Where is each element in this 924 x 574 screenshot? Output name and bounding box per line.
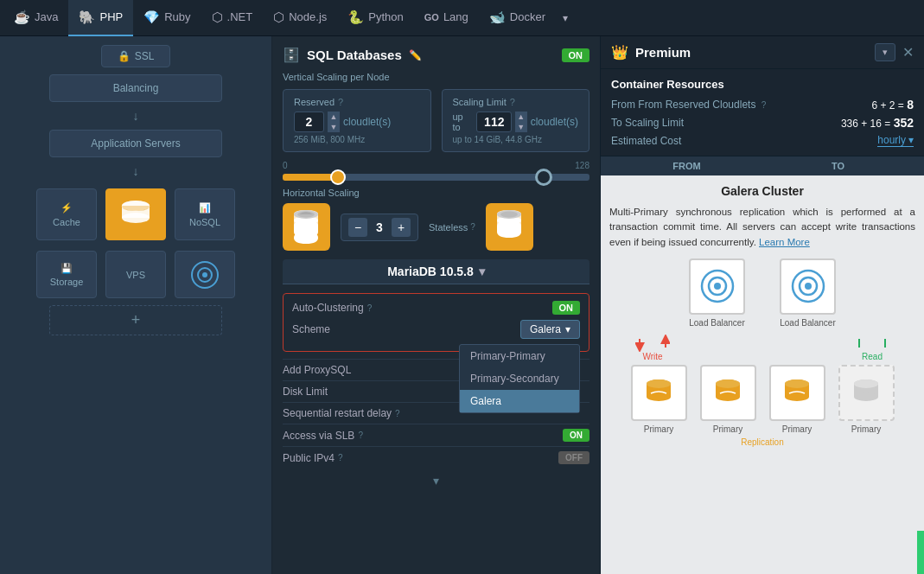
svg-point-33 [785,392,809,401]
db-icon-box-left [283,203,330,251]
tab-docker[interactable]: 🐋 Docker [479,0,556,36]
stateless-help-icon[interactable]: ? [470,222,475,232]
dropdown-item-primary-primary[interactable]: Primary-Primary [460,345,579,367]
primary-db-icon-2 [706,371,749,414]
scaling-up-btn[interactable]: ▲ [515,112,527,122]
dropdown-item-primary-secondary[interactable]: Primary-Secondary [460,367,579,390]
vps-button[interactable]: VPS [105,251,166,298]
container-resources: Container Resources From From Reserved C… [601,69,924,156]
eye-button[interactable] [175,251,235,298]
container-resources-title: Container Resources [611,78,914,91]
counter-plus-btn[interactable]: + [392,218,411,237]
scaling-help-icon[interactable]: ? [510,97,515,107]
public-help-icon[interactable]: ? [338,453,343,462]
primary-box-1 [631,365,687,421]
lb-eye-icon-right [787,265,830,308]
tab-ruby[interactable]: 💎 Ruby [133,0,201,36]
nodejs-icon: ⬡ [273,10,284,25]
docker-icon: 🐋 [489,10,506,25]
reserved-help-icon[interactable]: ? [338,97,343,107]
tab-lang[interactable]: GO Lang [414,0,479,36]
tab-python[interactable]: 🐍 Python [337,0,413,36]
lb-eye-icon-left [696,265,739,308]
main-toggle[interactable]: ON [562,48,590,62]
ssl-button[interactable]: 🔒 SSL [101,45,171,67]
from-header-label: FROM [611,161,762,171]
bottom-chevron-icon[interactable]: ▾ [283,474,589,488]
primary-label-2: Primary [713,424,742,434]
cloudlets-label: cloudlet(s) [343,116,391,128]
edit-icon[interactable]: ✏️ [409,49,422,61]
storage-button[interactable]: 💾 Storage [36,251,97,298]
nav-more-button[interactable]: ▾ [556,12,575,24]
counter-box: − 3 + [341,214,418,241]
reserved-value: 2 [294,112,324,132]
python-icon: 🐍 [347,10,364,25]
access-help-icon[interactable]: ? [358,430,363,440]
svg-point-38 [854,379,878,388]
slider-max-label: 128 [575,161,589,170]
auto-cluster-toggle[interactable]: ON [552,301,581,315]
db-icon-box[interactable] [105,188,166,240]
mariadb-row[interactable]: MariaDB 10.5.8 ▾ [283,259,589,284]
lb-label-right: Load Balancer [780,318,836,328]
primary-row: Primary Primary [609,365,915,434]
reserved-stepper[interactable]: ▲ ▼ [328,112,340,132]
slider-thumb-left[interactable] [330,169,346,185]
slider-track[interactable] [283,174,589,181]
svg-point-3 [122,201,150,211]
add-button[interactable]: + [49,305,222,335]
from-reserved-label: From From Reserved Cloudlets ? [611,99,766,111]
lb-box-left [689,258,745,315]
tab-nodejs[interactable]: ⬡ Node.js [263,0,337,36]
learn-more-link[interactable]: Learn More [759,237,810,247]
scaling-down-btn[interactable]: ▼ [515,122,527,132]
auto-cluster-help-icon[interactable]: ? [367,303,373,313]
to-scaling-row: To Scaling Limit 336 + 16 = 352 [611,116,914,130]
primary-label-1: Primary [644,424,673,434]
slider-thumb-right[interactable] [535,169,552,186]
sequential-help-icon[interactable]: ? [395,409,400,418]
hourly-dropdown[interactable]: hourly ▾ [877,134,914,147]
vertical-scaling-label: Vertical Scaling per Node [283,72,589,82]
reserved-down-btn[interactable]: ▼ [328,122,340,132]
estimated-cost-label: Estimated Cost [611,135,681,147]
public-ipv4-row: Public IPv4 ? OFF [283,446,589,469]
premium-icon: 👑 [611,44,628,61]
lock-icon: 🔒 [118,50,131,62]
reserved-mem-label: 256 MiB, 800 MHz [294,135,420,144]
close-button[interactable]: ✕ [902,44,914,61]
cache-button[interactable]: ⚡ Cache [36,188,97,240]
svg-point-25 [647,392,671,401]
premium-dropdown[interactable]: ▾ [875,43,895,61]
java-icon: ☕ [14,10,30,25]
estimated-cost-value: hourly ▾ [877,134,914,147]
auto-cluster-label: Auto-Clustering ? [292,302,372,314]
scheme-dropdown[interactable]: Galera ▾ [520,320,580,339]
auto-clustering-section: Auto-Clustering ? ON Scheme Galera ▾ Pri… [283,293,589,352]
slider-min-label: 0 [283,161,288,170]
balancing-button[interactable]: Balancing [49,74,222,102]
tab-php[interactable]: 🐘 PHP [68,0,133,36]
access-toggle[interactable]: ON [563,429,589,442]
galera-db-icon-right [490,207,529,246]
top-nav: ☕ Java 🐘 PHP 💎 Ruby ⬡ .NET ⬡ Node.js 🐍 P… [0,0,924,36]
reserved-up-btn[interactable]: ▲ [328,112,340,122]
scaling-stepper[interactable]: ▲ ▼ [515,112,527,132]
svg-point-37 [854,392,878,401]
svg-point-30 [716,379,740,388]
dropdown-item-galera[interactable]: Galera [460,390,579,412]
lb-box-right [780,258,836,315]
scaling-limit-value: 112 [476,112,512,132]
nosql-button[interactable]: 📊 NoSQL [175,188,235,240]
public-toggle[interactable]: OFF [558,451,589,464]
primary-db-icon-1 [637,371,680,414]
svg-point-6 [202,272,207,277]
tab-net[interactable]: ⬡ .NET [201,0,264,36]
app-servers-button[interactable]: Application Servers [49,130,222,157]
galera-description: Multi-Primary synchronous replication wh… [609,205,915,250]
reserved-cloudlets-help-icon[interactable]: ? [762,100,767,110]
tab-java[interactable]: ☕ Java [3,0,68,36]
counter-minus-btn[interactable]: − [348,218,367,237]
from-reserved-row: From From Reserved Cloudlets ? 6 + 2 = 8 [611,98,914,112]
